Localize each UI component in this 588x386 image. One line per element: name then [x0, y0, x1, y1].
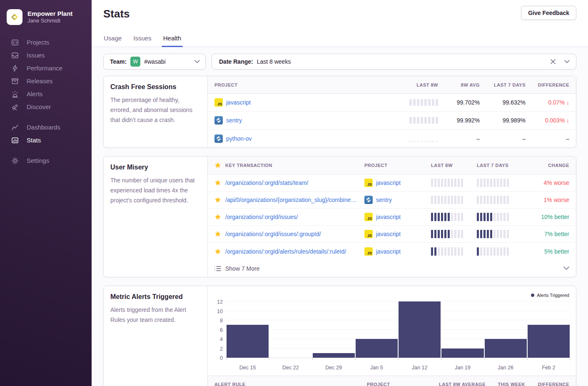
col-difference: DIFFERENCE [538, 82, 569, 87]
col-last-8w: LAST 8W [431, 163, 477, 168]
python-icon [214, 116, 223, 125]
metric-alerts-card: Metric Alerts Triggered Alerts triggered… [103, 286, 576, 386]
table-header: PROJECT LAST 8W 8W AVG LAST 7 DAYS DIFFE… [208, 76, 576, 94]
team-avatar: W [130, 57, 140, 67]
sidebar-item-issues[interactable]: Issues [0, 49, 92, 62]
give-feedback-button[interactable]: Give Feedback [521, 6, 576, 20]
releases-icon [11, 77, 19, 85]
change-value: 1% worse [544, 197, 569, 203]
sidebar-item-label: Discover [27, 103, 51, 110]
star-icon[interactable] [214, 214, 221, 220]
col-change: CHANGE [548, 163, 569, 168]
project-link[interactable]: javascript [226, 99, 251, 106]
org-switcher[interactable]: Empower Plant Jane Schmidt [0, 9, 92, 25]
bar [313, 353, 355, 358]
sidebar-item-dashboards[interactable]: Dashboards [0, 121, 92, 134]
filter-bar: Team: W #wasabi Date Range: Last 8 weeks [103, 54, 576, 70]
col-project: PROJECT [364, 163, 431, 168]
javascript-icon: JS [364, 230, 373, 238]
user-misery-table: KEY TRANSACTION PROJECT LAST 8W LAST 7 D… [208, 157, 576, 277]
legend-label: Alerts Triggered [537, 293, 569, 298]
project-link[interactable]: javascript [376, 231, 401, 237]
project-link[interactable]: javascript [376, 248, 401, 255]
transaction-link[interactable]: /organizations/:orgId/issues/ [225, 214, 298, 220]
star-icon[interactable] [214, 179, 221, 186]
project-link[interactable]: sentry [376, 197, 392, 203]
sidebar-item-label: Stats [27, 137, 41, 144]
card-description: Alerts triggered from the Alert Rules yo… [110, 305, 201, 325]
sidebar-item-projects[interactable]: Projects [0, 36, 92, 49]
transaction-link[interactable]: /organizations/:orgId/alerts/rules/detai… [225, 248, 346, 255]
table-row: sentry 99.992% 99.989% 0.003% ↓ [208, 112, 576, 129]
sidebar-item-label: Projects [27, 39, 49, 46]
clear-icon[interactable] [551, 59, 556, 64]
stats-icon [11, 137, 19, 144]
sidebar-item-stats[interactable]: Stats [0, 134, 92, 147]
change-value: 7% better [544, 231, 569, 237]
arrow-down-icon: ↓ [566, 99, 569, 106]
tab-usage[interactable]: Usage [103, 35, 122, 47]
sidebar-item-settings[interactable]: Settings [0, 154, 92, 167]
chart-legend: Alerts Triggered [531, 293, 569, 298]
col-project: PROJECT [214, 82, 384, 87]
sparkline-last-8w [431, 213, 477, 221]
chevron-down-icon[interactable] [563, 266, 569, 270]
sidebar-item-releases[interactable]: Releases [0, 75, 92, 87]
chevron-down-icon[interactable] [194, 60, 200, 63]
chevron-down-icon[interactable] [564, 60, 570, 63]
projects-icon [11, 39, 19, 46]
x-axis-label: Jan 26 [484, 361, 527, 371]
alert-rule-table-header: ALERT RULE PROJECT LAST 8W AVERAGE THIS … [208, 376, 576, 386]
page-title: Stats [103, 7, 130, 20]
last-7d-value: 99.989% [503, 117, 526, 124]
table-row: python-ov – – – [208, 129, 576, 147]
col-project: PROJECT [367, 382, 423, 386]
date-range-value: Last 8 weeks [257, 58, 291, 65]
legend-dot [531, 294, 534, 297]
card-description: The number of unique users that experien… [110, 175, 201, 205]
sparkline-last-7-days [477, 196, 523, 204]
project-link[interactable]: javascript [376, 179, 401, 186]
sidebar-item-performance[interactable]: Performance [0, 62, 92, 75]
tab-health[interactable]: Health [163, 35, 182, 47]
col-last-8w-average: LAST 8W AVERAGE [439, 382, 486, 386]
table-row: /organizations/:orgId/alerts/rules/detai… [208, 243, 576, 260]
show-more-row[interactable]: Show 7 More [208, 260, 576, 277]
star-icon[interactable] [214, 197, 221, 203]
last-7d-value: – [522, 135, 526, 142]
bar [399, 301, 441, 358]
date-range-select[interactable]: Date Range: Last 8 weeks [212, 54, 576, 70]
sidebar-item-label: Settings [27, 157, 49, 164]
project-link[interactable]: javascript [376, 214, 401, 220]
sparkline-last-8w [431, 230, 477, 238]
org-logo [7, 9, 22, 25]
transaction-link[interactable]: /api/0/organizations/{organization_slug}… [225, 197, 356, 203]
sidebar-item-alerts[interactable]: Alerts [0, 87, 92, 100]
sparkline-last-8w [409, 99, 438, 106]
transaction-link[interactable]: /organizations/:orgId/stats/team/ [225, 179, 308, 186]
sidebar-item-label: Alerts [27, 90, 42, 97]
table-row: /organizations/:orgId/issues/JSjavascrip… [208, 209, 576, 226]
bar [441, 349, 483, 358]
tab-issues[interactable]: Issues [133, 35, 152, 47]
avg-8w-value: – [476, 135, 480, 142]
star-icon[interactable] [214, 248, 221, 255]
project-link[interactable]: sentry [226, 117, 242, 124]
project-link[interactable]: python-ov [226, 135, 252, 142]
sparkline-last-8w [409, 135, 438, 142]
sidebar-item-label: Releases [27, 77, 53, 85]
tab-bar: Usage Issues Health [103, 35, 182, 47]
difference-value: 0.07% ↓ [548, 99, 569, 106]
team-select-value: #wasabi [144, 58, 165, 65]
sparkline-last-8w [431, 247, 477, 256]
chart-bars [226, 301, 570, 358]
javascript-icon: JS [364, 179, 373, 187]
x-axis-label: Feb 2 [527, 361, 570, 371]
user-name: Jane Schmidt [27, 17, 72, 24]
team-select[interactable]: Team: W #wasabi [103, 54, 206, 70]
transaction-link[interactable]: /organizations/:orgId/issues/:groupId/ [225, 231, 321, 237]
col-alert-rule: ALERT RULE [214, 382, 367, 386]
sidebar-item-discover[interactable]: Discover [0, 100, 92, 113]
star-icon[interactable] [214, 231, 221, 237]
table-row: /api/0/organizations/{organization_slug}… [208, 192, 576, 209]
